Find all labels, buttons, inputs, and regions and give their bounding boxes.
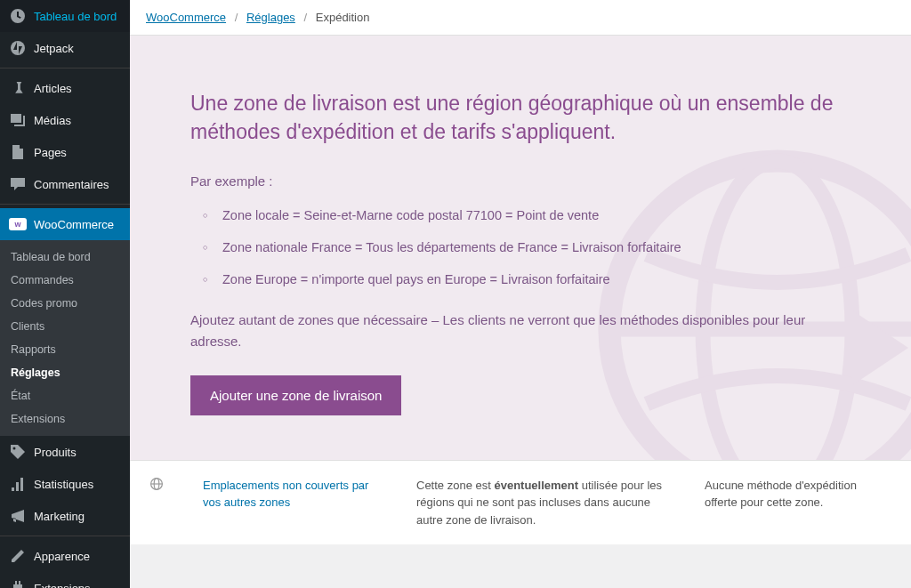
sidebar-label: Commentaires <box>34 178 109 191</box>
breadcrumb-woocommerce[interactable]: WooCommerce <box>146 11 226 24</box>
main-content: WooCommerce / Réglages / Expédition Une … <box>130 0 911 588</box>
comments-icon <box>9 175 27 193</box>
svg-point-13 <box>703 161 852 460</box>
breadcrumb: WooCommerce / Réglages / Expédition <box>130 0 911 36</box>
sidebar-label: Articles <box>34 82 72 95</box>
globe-bg-icon <box>591 142 911 460</box>
intro-heading: Une zone de livraison est une région géo… <box>190 89 851 146</box>
submenu-orders[interactable]: Commandes <box>0 269 130 292</box>
sidebar-label: Extensions <box>34 582 91 589</box>
shipping-intro-box: Une zone de livraison est une région géo… <box>130 36 911 460</box>
jetpack-icon <box>9 39 27 57</box>
sidebar-label: Apparence <box>34 550 90 563</box>
sidebar-item-products[interactable]: Produits <box>0 436 130 468</box>
sidebar-item-dashboard[interactable]: Tableau de bord <box>0 0 130 32</box>
zone-description: Cette zone est éventuellement utilisée p… <box>416 477 669 529</box>
sidebar-item-posts[interactable]: Articles <box>0 72 130 104</box>
media-icon <box>9 111 27 129</box>
sidebar-label: Marketing <box>34 510 85 523</box>
sidebar-label: WooCommerce <box>34 218 114 231</box>
menu-separator <box>0 536 130 536</box>
sidebar-item-marketing[interactable]: Marketing <box>0 500 130 532</box>
sidebar-item-appearance[interactable]: Apparence <box>0 540 130 572</box>
breadcrumb-current: Expédition <box>316 11 370 24</box>
pin-icon <box>9 79 27 97</box>
svg-point-3 <box>13 447 16 450</box>
zone-methods: Aucune méthode d'expédition offerte pour… <box>705 477 891 511</box>
svg-point-12 <box>609 161 911 460</box>
submenu-customers[interactable]: Clients <box>0 315 130 338</box>
sidebar-item-media[interactable]: Médias <box>0 104 130 136</box>
sidebar-label: Statistiques <box>34 478 93 491</box>
sidebar-label: Jetpack <box>34 42 74 55</box>
sidebar-item-pages[interactable]: Pages <box>0 136 130 168</box>
uncovered-zone-row: Emplacements non couverts par vos autres… <box>130 460 911 545</box>
submenu-dashboard[interactable]: Tableau de bord <box>0 246 130 269</box>
example-item: Zone locale = Seine-et-Marne code postal… <box>208 206 851 226</box>
sidebar-item-comments[interactable]: Commentaires <box>0 168 130 200</box>
example-item: Zone nationale France = Tous les départe… <box>208 238 851 258</box>
woo-icon: w <box>9 215 27 233</box>
marketing-icon <box>9 507 27 525</box>
menu-separator <box>0 204 130 205</box>
sidebar-item-jetpack[interactable]: Jetpack <box>0 32 130 64</box>
sidebar-item-woocommerce[interactable]: wWooCommerce <box>0 208 130 240</box>
sidebar-label: Produits <box>34 446 77 459</box>
sidebar-item-plugins[interactable]: Extensions <box>0 572 130 588</box>
globe-icon <box>149 477 167 494</box>
intro-examples-list: Zone locale = Seine-et-Marne code postal… <box>190 206 851 289</box>
sidebar-label: Pages <box>34 146 67 159</box>
sidebar-item-statistics[interactable]: Statistiques <box>0 468 130 500</box>
submenu-coupons[interactable]: Codes promo <box>0 292 130 315</box>
example-item: Zone Europe = n'importe quel pays en Eur… <box>208 270 851 290</box>
breadcrumb-separator: / <box>304 11 308 24</box>
svg-point-0 <box>11 41 25 55</box>
pages-icon <box>9 143 27 161</box>
plugins-icon <box>9 579 27 588</box>
sidebar-label: Tableau de bord <box>34 10 117 23</box>
add-zone-button[interactable]: Ajouter une zone de livraison <box>190 375 401 415</box>
woocommerce-submenu: Tableau de bord Commandes Codes promo Cl… <box>0 240 130 436</box>
uncovered-zone-link[interactable]: Emplacements non couverts par vos autres… <box>203 479 368 510</box>
submenu-extensions[interactable]: Extensions <box>0 407 130 431</box>
menu-separator <box>0 68 130 68</box>
sidebar-label: Médias <box>34 114 71 127</box>
submenu-reports[interactable]: Rapports <box>0 338 130 361</box>
appearance-icon <box>9 547 27 565</box>
stats-icon <box>9 475 27 493</box>
breadcrumb-settings[interactable]: Réglages <box>246 11 295 24</box>
zone-name-column: Emplacements non couverts par vos autres… <box>203 477 381 511</box>
products-icon <box>9 443 27 461</box>
svg-text:w: w <box>13 220 21 229</box>
dashboard-icon <box>9 7 27 25</box>
breadcrumb-separator: / <box>235 11 238 24</box>
submenu-settings[interactable]: Réglages <box>0 361 130 384</box>
admin-sidebar: Tableau de bord Jetpack Articles Médias … <box>0 0 130 588</box>
submenu-status[interactable]: État <box>0 384 130 407</box>
